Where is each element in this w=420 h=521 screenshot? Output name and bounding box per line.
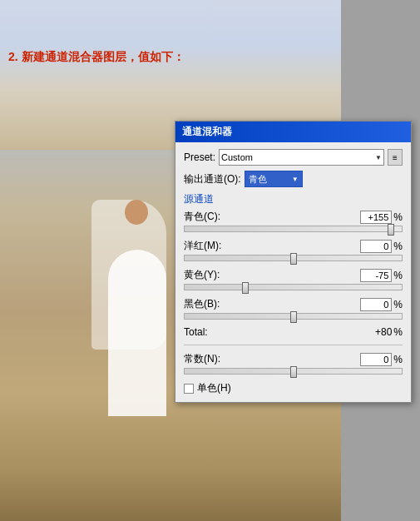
channel-value-0: +155 xyxy=(368,212,389,222)
channel-value-3: 0 xyxy=(383,300,388,310)
constant-pct: % xyxy=(393,354,403,365)
channel-slider-track-1[interactable] xyxy=(184,255,403,261)
preset-value: Custom xyxy=(221,152,253,162)
output-label: 输出通道(O): xyxy=(184,172,241,186)
constant-header: 常数(N): 0 % xyxy=(184,352,403,366)
channel-header-3: 黑色(B): 0 % xyxy=(184,297,403,311)
channel-pct-1: % xyxy=(393,241,403,252)
channel-pct-2: % xyxy=(393,270,403,281)
channel-pct-3: % xyxy=(393,299,403,310)
channel-value-box-3[interactable]: 0 xyxy=(360,298,392,311)
channel-slider-track-3[interactable] xyxy=(184,313,403,320)
channel-header-1: 洋红(M): 0 % xyxy=(184,239,403,253)
channel-slider-thumb-2[interactable] xyxy=(242,282,249,294)
channel-row-2: 黄色(Y): -75 % xyxy=(184,268,403,290)
monochrome-row: 单色(H) xyxy=(184,381,403,395)
preset-options-button[interactable]: ≡ xyxy=(388,149,403,166)
dress xyxy=(108,250,166,416)
constant-slider-track[interactable] xyxy=(184,368,403,375)
output-dropdown-arrow: ▼ xyxy=(292,176,299,183)
channel-slider-thumb-0[interactable] xyxy=(388,224,394,236)
output-value: 青色 xyxy=(249,173,267,186)
channel-value-box-2[interactable]: -75 xyxy=(360,269,392,282)
total-value: +80 xyxy=(375,326,392,338)
channel-name-3: 黑色(B): xyxy=(184,297,220,311)
dialog-title: 通道混和器 xyxy=(182,125,232,139)
preset-icon: ≡ xyxy=(393,153,398,162)
source-channels-label: 源通道 xyxy=(184,192,403,206)
head xyxy=(125,200,148,225)
instruction-text: 2. 新建通道混合器图层，值如下： xyxy=(8,50,185,65)
constant-slider-thumb[interactable] xyxy=(290,366,297,378)
channel-slider-thumb-3[interactable] xyxy=(290,311,297,323)
channel-value-group-0: +155 % xyxy=(360,211,403,224)
preset-row: Preset: Custom ▼ ≡ xyxy=(184,149,403,166)
constant-row: 常数(N): 0 % xyxy=(184,352,403,375)
channel-value-box-1[interactable]: 0 xyxy=(360,240,392,253)
sliders-container: 青色(C): +155 % 洋红(M): 0 % xyxy=(184,210,403,320)
channel-row-0: 青色(C): +155 % xyxy=(184,210,403,232)
preset-label: Preset: xyxy=(184,151,215,163)
channel-slider-track-0[interactable] xyxy=(184,226,403,232)
channel-name-1: 洋红(M): xyxy=(184,239,221,253)
monochrome-checkbox[interactable] xyxy=(184,384,194,394)
channel-pct-0: % xyxy=(393,211,403,223)
channel-row-1: 洋红(M): 0 % xyxy=(184,239,403,261)
channel-slider-thumb-1[interactable] xyxy=(290,253,297,265)
preset-dropdown-arrow: ▼ xyxy=(375,154,382,161)
constant-value-box[interactable]: 0 xyxy=(360,353,392,366)
channel-value-box-0[interactable]: +155 xyxy=(360,211,392,224)
constant-label: 常数(N): xyxy=(184,352,220,366)
channel-header-2: 黄色(Y): -75 % xyxy=(184,268,403,282)
total-label: Total: xyxy=(184,326,208,338)
channel-mixer-dialog: 通道混和器 Preset: Custom ▼ ≡ 输出通道(O): 青色 ▼ 源… xyxy=(175,121,412,403)
output-select[interactable]: 青色 ▼ xyxy=(245,171,303,187)
channel-header-0: 青色(C): +155 % xyxy=(184,210,403,224)
dialog-titlebar: 通道混和器 xyxy=(175,122,411,142)
dialog-body: Preset: Custom ▼ ≡ 输出通道(O): 青色 ▼ 源通道 青色(… xyxy=(175,142,411,402)
total-value-group: +80 % xyxy=(375,326,403,338)
channel-row-3: 黑色(B): 0 % xyxy=(184,297,403,320)
channel-value-group-3: 0 % xyxy=(360,298,403,311)
constant-value-group: 0 % xyxy=(360,353,403,366)
channel-value-1: 0 xyxy=(383,241,388,251)
output-channel-row: 输出通道(O): 青色 ▼ xyxy=(184,171,403,187)
channel-name-0: 青色(C): xyxy=(184,210,220,224)
channel-value-group-2: -75 % xyxy=(360,269,403,282)
total-row: Total: +80 % xyxy=(184,326,403,338)
channel-value-2: -75 xyxy=(375,270,388,280)
divider xyxy=(184,345,403,345)
channel-value-group-1: 0 % xyxy=(360,240,403,253)
bride-figure xyxy=(100,183,175,416)
channel-name-2: 黄色(Y): xyxy=(184,268,220,282)
monochrome-label: 单色(H) xyxy=(197,381,231,395)
channel-slider-track-2[interactable] xyxy=(184,284,403,290)
constant-value: 0 xyxy=(383,355,388,365)
total-pct: % xyxy=(393,326,403,338)
preset-select[interactable]: Custom ▼ xyxy=(219,149,384,166)
